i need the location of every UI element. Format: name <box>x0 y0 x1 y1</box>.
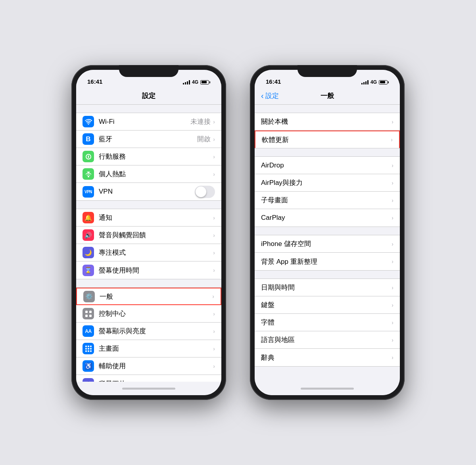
homescreen-icon <box>83 343 94 354</box>
vpn-toggle[interactable] <box>195 186 215 198</box>
home-bar-1 <box>122 388 175 390</box>
status-icons-1: 4G <box>183 79 210 85</box>
settings-item-carplay[interactable]: CarPlay › <box>255 209 400 227</box>
airdrop-chevron: › <box>392 162 393 169</box>
svg-point-1 <box>88 176 89 177</box>
settings-item-wifi[interactable]: Wi-Fi 未連接 › <box>76 113 221 131</box>
display-chevron: › <box>213 328 215 334</box>
time-2: 16:41 <box>266 78 281 85</box>
settings-item-control[interactable]: 控制中心 › <box>76 305 221 323</box>
settings-item-general[interactable]: ⚙️ 一般 › <box>76 288 221 305</box>
settings-item-fonts[interactable]: 字體 › <box>255 314 400 331</box>
fonts-chevron: › <box>392 319 393 326</box>
keyboard-label: 鍵盤 <box>261 300 392 309</box>
settings-item-pip[interactable]: 子母畫面 › <box>255 192 400 209</box>
vpn-label: VPN <box>99 188 195 196</box>
pip-chevron: › <box>392 197 393 204</box>
settings-item-software-update[interactable]: 軟體更新 › <box>255 131 400 148</box>
settings-item-vpn[interactable]: VPN VPN <box>76 183 221 200</box>
settings-item-wallpaper[interactable]: ✿ 背景圖片 › <box>76 375 221 382</box>
sound-chevron: › <box>213 232 215 238</box>
svg-rect-3 <box>89 311 92 313</box>
nav-bar-2: ‹ 設定 一般 <box>255 87 400 105</box>
content-1[interactable]: Wi-Fi 未連接 › B 藍牙 開啟 › <box>76 105 221 382</box>
settings-item-bg-refresh[interactable]: 背景 App 重新整理 › <box>255 253 400 270</box>
language-chevron: › <box>392 337 393 343</box>
settings-item-airdrop[interactable]: AirDrop › <box>255 157 400 174</box>
settings-item-notification[interactable]: 🔔 通知 › <box>76 209 221 227</box>
bg-refresh-label: 背景 App 重新整理 <box>261 257 392 266</box>
signal-bars-2 <box>361 80 369 85</box>
settings-item-hotspot[interactable]: 個人熱點 › <box>76 165 221 183</box>
datetime-chevron: › <box>392 284 393 291</box>
focus-label: 專注模式 <box>99 248 213 257</box>
content-2[interactable]: 關於本機 › 軟體更新 › AirDrop › AirPlay與接力 › <box>255 105 400 382</box>
phone-2: 16:41 4G ‹ 設定 一般 <box>250 65 405 400</box>
settings-item-sound[interactable]: 🔊 聲音與觸覺回饋 › <box>76 227 221 244</box>
bluetooth-icon: B <box>83 133 94 145</box>
cellular-label: 行動服務 <box>99 152 213 161</box>
about-label: 關於本機 <box>261 117 392 126</box>
wifi-label: Wi-Fi <box>99 118 190 126</box>
bluetooth-value: 開啟 <box>197 135 211 144</box>
home-bar-2 <box>301 388 354 390</box>
screen-1: 16:41 4G 設定 <box>76 70 221 395</box>
settings-item-airplay[interactable]: AirPlay與接力 › <box>255 174 400 192</box>
phone-1: 16:41 4G 設定 <box>71 65 226 400</box>
network-type-2: 4G <box>370 79 377 85</box>
dictionary-chevron: › <box>392 354 393 361</box>
settings-item-about[interactable]: 關於本機 › <box>255 113 400 131</box>
svg-rect-8 <box>90 346 92 347</box>
vpn-icon: VPN <box>83 186 94 198</box>
svg-rect-10 <box>88 348 89 350</box>
back-button[interactable]: ‹ 設定 <box>261 91 279 100</box>
svg-rect-13 <box>88 350 89 352</box>
settings-group-notifications: 🔔 通知 › 🔊 聲音與觸覺回饋 › 🌙 專注模式 › <box>76 209 221 279</box>
wifi-value: 未連接 <box>190 117 211 126</box>
settings-item-accessibility[interactable]: ♿ 輔助使用 › <box>76 357 221 375</box>
settings-item-storage[interactable]: iPhone 儲存空間 › <box>255 235 400 253</box>
wallpaper-label: 背景圖片 <box>99 379 213 382</box>
battery-2 <box>379 80 389 85</box>
settings-group-datetime: 日期與時間 › 鍵盤 › 字體 › 語言與地區 › 辭典 › <box>255 279 400 367</box>
hotspot-chevron: › <box>213 171 215 177</box>
battery-body-1 <box>200 80 209 85</box>
settings-item-bluetooth[interactable]: B 藍牙 開啟 › <box>76 131 221 148</box>
settings-item-display[interactable]: AA 螢幕顯示與亮度 › <box>76 323 221 340</box>
home-indicator-1 <box>76 382 221 395</box>
hotspot-label: 個人熱點 <box>99 169 213 179</box>
control-icon <box>83 308 94 319</box>
settings-item-dictionary[interactable]: 辭典 › <box>255 349 400 366</box>
carplay-chevron: › <box>392 215 393 221</box>
sound-label: 聲音與觸覺回饋 <box>99 231 213 240</box>
wifi-icon <box>83 116 94 127</box>
settings-item-homescreen[interactable]: 主畫面 › <box>76 340 221 357</box>
wallpaper-chevron: › <box>213 380 215 382</box>
general-label: 一般 <box>100 292 212 301</box>
focus-chevron: › <box>213 250 215 256</box>
fonts-label: 字體 <box>261 318 392 327</box>
settings-item-datetime[interactable]: 日期與時間 › <box>255 279 400 296</box>
control-chevron: › <box>213 311 215 317</box>
settings-item-language[interactable]: 語言與地區 › <box>255 331 400 349</box>
accessibility-icon: ♿ <box>83 360 94 372</box>
settings-item-screentime[interactable]: ⌛ 螢幕使用時間 › <box>76 261 221 279</box>
settings-item-cellular[interactable]: 行動服務 › <box>76 148 221 165</box>
settings-group-system: ⚙️ 一般 › 控制中心 › <box>76 287 221 382</box>
sound-icon: 🔊 <box>83 229 94 241</box>
svg-rect-2 <box>85 311 88 313</box>
settings-item-keyboard[interactable]: 鍵盤 › <box>255 296 400 314</box>
datetime-label: 日期與時間 <box>261 283 392 292</box>
bg-refresh-chevron: › <box>392 258 393 265</box>
storage-label: iPhone 儲存空間 <box>261 239 392 248</box>
accessibility-chevron: › <box>213 363 215 369</box>
network-type-1: 4G <box>192 79 198 85</box>
wifi-chevron: › <box>213 119 215 125</box>
software-update-chevron: › <box>391 136 393 143</box>
airdrop-label: AirDrop <box>261 161 392 169</box>
language-label: 語言與地區 <box>261 335 392 344</box>
screen-2: 16:41 4G ‹ 設定 一般 <box>255 70 400 395</box>
settings-item-focus[interactable]: 🌙 專注模式 › <box>76 244 221 261</box>
battery-tip-2 <box>388 81 389 83</box>
battery-fill-1 <box>202 81 207 83</box>
